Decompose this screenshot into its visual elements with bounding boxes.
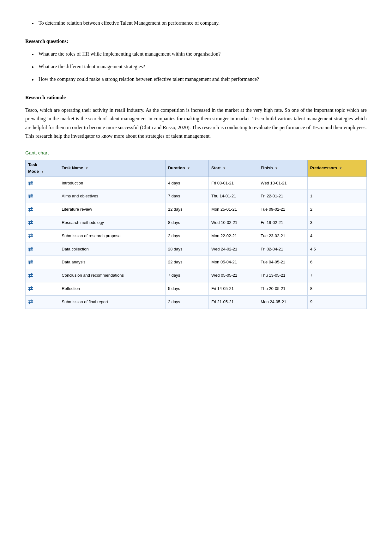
research-rationale-paragraph: Tesco, which are operating their activit…	[25, 106, 367, 140]
finish-cell: Fri 22-01-21	[258, 190, 307, 203]
predecessors-cell: 8	[307, 282, 366, 295]
col-task-name[interactable]: Task Name ▼	[59, 160, 166, 177]
task-mode-cell: ⇄	[26, 243, 59, 256]
predecessors-cell: 3	[307, 216, 366, 229]
start-cell: Wed 05-05-21	[209, 269, 258, 282]
duration-cell: 2 days	[165, 229, 208, 243]
research-questions-section: Research questions: • What are the roles…	[25, 37, 367, 85]
start-cell: Fri 14-05-21	[209, 282, 258, 295]
task-mode-icon: ⇄	[28, 192, 33, 201]
finish-cell: Wed 13-01-21	[258, 177, 307, 190]
task-name-cell: Literature review	[59, 203, 166, 216]
intro-bullet-text: To determine relation between effective …	[39, 19, 367, 27]
start-cell: Wed 24-02-21	[209, 243, 258, 256]
task-mode-cell: ⇄	[26, 177, 59, 190]
task-name-cell: Reflection	[59, 282, 166, 295]
finish-cell: Fri 02-04-21	[258, 243, 307, 256]
table-row: ⇄Conclusion and recommendations7 daysWed…	[26, 269, 367, 282]
start-cell: Fri 08-01-21	[209, 177, 258, 190]
predecessors-cell: 1	[307, 190, 366, 203]
bullet-dot-3: •	[32, 75, 37, 85]
intro-section: • To determine relation between effectiv…	[25, 19, 367, 28]
table-row: ⇄Research methodology8 daysWed 10-02-21F…	[26, 216, 367, 229]
col-finish[interactable]: Finish ▼	[258, 160, 307, 177]
start-cell: Fri 21-05-21	[209, 295, 258, 309]
research-rationale-heading: Research rationale	[25, 93, 367, 102]
rq-bullet-1: • What are the roles of HR while impleme…	[25, 50, 367, 59]
start-cell: Mon 22-02-21	[209, 229, 258, 243]
finish-cell: Tue 09-02-21	[258, 203, 307, 216]
task-name-cell: Research methodology	[59, 216, 166, 229]
task-name-cell: Data collection	[59, 243, 166, 256]
task-mode-cell: ⇄	[26, 295, 59, 309]
rq-bullet-text-1: What are the roles of HR while implement…	[39, 50, 367, 58]
duration-cell: 5 days	[165, 282, 208, 295]
rq-bullet-2: • What are the different talent manageme…	[25, 63, 367, 72]
task-mode-icon: ⇄	[28, 298, 33, 307]
intro-bullet-item: • To determine relation between effectiv…	[25, 19, 367, 28]
predecessors-cell: 4	[307, 229, 366, 243]
finish-cell: Tue 04-05-21	[258, 256, 307, 269]
table-row: ⇄Aims and objectives7 daysThu 14-01-21Fr…	[26, 190, 367, 203]
research-questions-bullets: • What are the roles of HR while impleme…	[25, 50, 367, 85]
task-mode-cell: ⇄	[26, 229, 59, 243]
task-mode-icon: ⇄	[28, 179, 33, 188]
table-row: ⇄Reflection5 daysFri 14-05-21Thu 20-05-2…	[26, 282, 367, 295]
col-task-mode[interactable]: TaskMode ▼	[26, 160, 59, 177]
task-mode-cell: ⇄	[26, 256, 59, 269]
task-mode-icon: ⇄	[28, 218, 33, 227]
task-name-cell: Submission of final report	[59, 295, 166, 309]
finish-cell: Fri 19-02-21	[258, 216, 307, 229]
task-mode-cell: ⇄	[26, 282, 59, 295]
table-row: ⇄Data anaysis22 daysMon 05-04-21Tue 04-0…	[26, 256, 367, 269]
start-cell: Wed 10-02-21	[209, 216, 258, 229]
finish-cell: Mon 24-05-21	[258, 295, 307, 309]
task-name-cell: Conclusion and recommendations	[59, 269, 166, 282]
col-duration[interactable]: Duration ▼	[165, 160, 208, 177]
gantt-table: TaskMode ▼ Task Name ▼ Duration ▼ Start …	[25, 160, 367, 309]
task-mode-cell: ⇄	[26, 269, 59, 282]
table-row: ⇄Data collection28 daysWed 24-02-21Fri 0…	[26, 243, 367, 256]
table-row: ⇄Submission of final report2 daysFri 21-…	[26, 295, 367, 309]
table-row: ⇄Submission of research proposal2 daysMo…	[26, 229, 367, 243]
duration-cell: 7 days	[165, 269, 208, 282]
research-rationale-section: Research rationale Tesco, which are oper…	[25, 93, 367, 140]
task-mode-icon: ⇄	[28, 271, 33, 280]
start-cell: Mon 25-01-21	[209, 203, 258, 216]
task-mode-cell: ⇄	[26, 216, 59, 229]
predecessors-cell: 9	[307, 295, 366, 309]
task-mode-icon: ⇄	[28, 258, 33, 267]
task-name-cell: Aims and objectives	[59, 190, 166, 203]
task-mode-icon: ⇄	[28, 245, 33, 254]
predecessors-cell: 6	[307, 256, 366, 269]
rq-bullet-text-3: How the company could make a strong rela…	[39, 75, 367, 83]
col-predecessors[interactable]: Predecessors ▼	[307, 160, 366, 177]
predecessors-cell: 2	[307, 203, 366, 216]
duration-cell: 4 days	[165, 177, 208, 190]
finish-cell: Thu 20-05-21	[258, 282, 307, 295]
gantt-section: Gantt chart TaskMode ▼ Task Name ▼ Durat…	[25, 149, 367, 309]
finish-cell: Tue 23-02-21	[258, 229, 307, 243]
task-mode-icon: ⇄	[28, 232, 33, 241]
task-mode-icon: ⇄	[28, 284, 33, 293]
start-cell: Thu 14-01-21	[209, 190, 258, 203]
rq-bullet-text-2: What are the different talent management…	[39, 63, 367, 71]
duration-cell: 22 days	[165, 256, 208, 269]
duration-cell: 7 days	[165, 190, 208, 203]
predecessors-cell: 4,5	[307, 243, 366, 256]
table-row: ⇄Introduction4 daysFri 08-01-21Wed 13-01…	[26, 177, 367, 190]
duration-cell: 8 days	[165, 216, 208, 229]
task-name-cell: Data anaysis	[59, 256, 166, 269]
finish-cell: Thu 13-05-21	[258, 269, 307, 282]
table-row: ⇄Literature review12 daysMon 25-01-21Tue…	[26, 203, 367, 216]
col-start[interactable]: Start ▼	[209, 160, 258, 177]
bullet-dot: •	[32, 19, 37, 28]
task-mode-cell: ⇄	[26, 190, 59, 203]
duration-cell: 2 days	[165, 295, 208, 309]
task-mode-icon: ⇄	[28, 205, 33, 214]
task-mode-cell: ⇄	[26, 203, 59, 216]
predecessors-cell	[307, 177, 366, 190]
bullet-dot-2: •	[32, 63, 37, 72]
predecessors-cell: 7	[307, 269, 366, 282]
task-name-cell: Introduction	[59, 177, 166, 190]
